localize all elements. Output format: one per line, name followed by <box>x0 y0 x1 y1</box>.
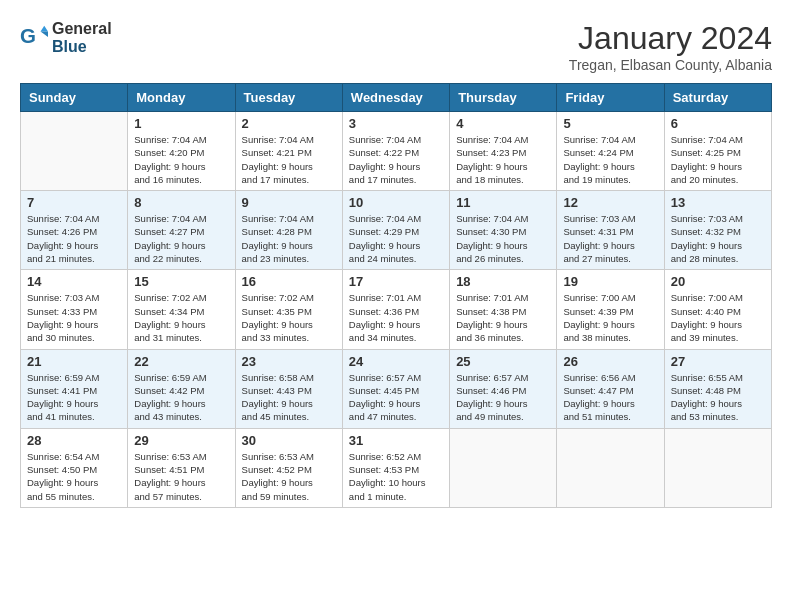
logo-general: General <box>52 20 112 38</box>
calendar-cell <box>557 428 664 507</box>
day-info: Sunrise: 7:01 AM Sunset: 4:36 PM Dayligh… <box>349 291 443 344</box>
day-info: Sunrise: 7:04 AM Sunset: 4:25 PM Dayligh… <box>671 133 765 186</box>
calendar-cell: 13Sunrise: 7:03 AM Sunset: 4:32 PM Dayli… <box>664 191 771 270</box>
calendar-cell: 18Sunrise: 7:01 AM Sunset: 4:38 PM Dayli… <box>450 270 557 349</box>
day-number: 29 <box>134 433 228 448</box>
day-number: 5 <box>563 116 657 131</box>
day-info: Sunrise: 7:04 AM Sunset: 4:26 PM Dayligh… <box>27 212 121 265</box>
calendar-cell: 22Sunrise: 6:59 AM Sunset: 4:42 PM Dayli… <box>128 349 235 428</box>
day-info: Sunrise: 7:04 AM Sunset: 4:24 PM Dayligh… <box>563 133 657 186</box>
calendar-week-row: 28Sunrise: 6:54 AM Sunset: 4:50 PM Dayli… <box>21 428 772 507</box>
calendar-cell: 20Sunrise: 7:00 AM Sunset: 4:40 PM Dayli… <box>664 270 771 349</box>
calendar-cell: 28Sunrise: 6:54 AM Sunset: 4:50 PM Dayli… <box>21 428 128 507</box>
calendar-cell: 16Sunrise: 7:02 AM Sunset: 4:35 PM Dayli… <box>235 270 342 349</box>
calendar-cell: 10Sunrise: 7:04 AM Sunset: 4:29 PM Dayli… <box>342 191 449 270</box>
calendar-cell <box>21 112 128 191</box>
day-info: Sunrise: 6:54 AM Sunset: 4:50 PM Dayligh… <box>27 450 121 503</box>
calendar-cell: 8Sunrise: 7:04 AM Sunset: 4:27 PM Daylig… <box>128 191 235 270</box>
day-info: Sunrise: 6:59 AM Sunset: 4:42 PM Dayligh… <box>134 371 228 424</box>
column-header-wednesday: Wednesday <box>342 84 449 112</box>
day-info: Sunrise: 7:04 AM Sunset: 4:21 PM Dayligh… <box>242 133 336 186</box>
day-number: 25 <box>456 354 550 369</box>
calendar-cell: 5Sunrise: 7:04 AM Sunset: 4:24 PM Daylig… <box>557 112 664 191</box>
day-number: 11 <box>456 195 550 210</box>
column-header-sunday: Sunday <box>21 84 128 112</box>
logo-blue: Blue <box>52 38 112 56</box>
calendar-cell <box>450 428 557 507</box>
day-info: Sunrise: 7:03 AM Sunset: 4:32 PM Dayligh… <box>671 212 765 265</box>
day-number: 3 <box>349 116 443 131</box>
day-number: 26 <box>563 354 657 369</box>
day-number: 4 <box>456 116 550 131</box>
calendar-cell: 4Sunrise: 7:04 AM Sunset: 4:23 PM Daylig… <box>450 112 557 191</box>
day-info: Sunrise: 7:04 AM Sunset: 4:23 PM Dayligh… <box>456 133 550 186</box>
day-number: 19 <box>563 274 657 289</box>
svg-text:G: G <box>20 24 36 47</box>
title-block: January 2024 Tregan, Elbasan County, Alb… <box>569 20 772 73</box>
day-info: Sunrise: 7:00 AM Sunset: 4:40 PM Dayligh… <box>671 291 765 344</box>
day-number: 31 <box>349 433 443 448</box>
month-title: January 2024 <box>569 20 772 57</box>
day-number: 22 <box>134 354 228 369</box>
day-number: 9 <box>242 195 336 210</box>
day-number: 12 <box>563 195 657 210</box>
day-info: Sunrise: 6:53 AM Sunset: 4:51 PM Dayligh… <box>134 450 228 503</box>
calendar-week-row: 7Sunrise: 7:04 AM Sunset: 4:26 PM Daylig… <box>21 191 772 270</box>
day-number: 17 <box>349 274 443 289</box>
day-info: Sunrise: 6:57 AM Sunset: 4:46 PM Dayligh… <box>456 371 550 424</box>
calendar-week-row: 21Sunrise: 6:59 AM Sunset: 4:41 PM Dayli… <box>21 349 772 428</box>
day-info: Sunrise: 6:56 AM Sunset: 4:47 PM Dayligh… <box>563 371 657 424</box>
day-number: 13 <box>671 195 765 210</box>
column-header-monday: Monday <box>128 84 235 112</box>
day-number: 1 <box>134 116 228 131</box>
logo-icon: G <box>20 24 48 52</box>
day-number: 24 <box>349 354 443 369</box>
day-number: 28 <box>27 433 121 448</box>
location: Tregan, Elbasan County, Albania <box>569 57 772 73</box>
day-info: Sunrise: 7:02 AM Sunset: 4:35 PM Dayligh… <box>242 291 336 344</box>
day-info: Sunrise: 6:55 AM Sunset: 4:48 PM Dayligh… <box>671 371 765 424</box>
day-info: Sunrise: 6:52 AM Sunset: 4:53 PM Dayligh… <box>349 450 443 503</box>
calendar-cell: 23Sunrise: 6:58 AM Sunset: 4:43 PM Dayli… <box>235 349 342 428</box>
calendar-cell: 24Sunrise: 6:57 AM Sunset: 4:45 PM Dayli… <box>342 349 449 428</box>
day-info: Sunrise: 7:03 AM Sunset: 4:31 PM Dayligh… <box>563 212 657 265</box>
day-number: 18 <box>456 274 550 289</box>
day-info: Sunrise: 7:04 AM Sunset: 4:30 PM Dayligh… <box>456 212 550 265</box>
calendar-cell: 29Sunrise: 6:53 AM Sunset: 4:51 PM Dayli… <box>128 428 235 507</box>
calendar-cell: 6Sunrise: 7:04 AM Sunset: 4:25 PM Daylig… <box>664 112 771 191</box>
day-number: 23 <box>242 354 336 369</box>
day-number: 6 <box>671 116 765 131</box>
calendar-cell: 31Sunrise: 6:52 AM Sunset: 4:53 PM Dayli… <box>342 428 449 507</box>
column-header-saturday: Saturday <box>664 84 771 112</box>
day-info: Sunrise: 7:04 AM Sunset: 4:22 PM Dayligh… <box>349 133 443 186</box>
day-number: 7 <box>27 195 121 210</box>
calendar-cell: 3Sunrise: 7:04 AM Sunset: 4:22 PM Daylig… <box>342 112 449 191</box>
day-number: 14 <box>27 274 121 289</box>
day-info: Sunrise: 6:53 AM Sunset: 4:52 PM Dayligh… <box>242 450 336 503</box>
day-number: 10 <box>349 195 443 210</box>
column-header-thursday: Thursday <box>450 84 557 112</box>
column-header-friday: Friday <box>557 84 664 112</box>
day-info: Sunrise: 7:00 AM Sunset: 4:39 PM Dayligh… <box>563 291 657 344</box>
calendar-cell: 14Sunrise: 7:03 AM Sunset: 4:33 PM Dayli… <box>21 270 128 349</box>
calendar-cell: 19Sunrise: 7:00 AM Sunset: 4:39 PM Dayli… <box>557 270 664 349</box>
calendar-cell: 9Sunrise: 7:04 AM Sunset: 4:28 PM Daylig… <box>235 191 342 270</box>
svg-marker-2 <box>41 31 48 37</box>
logo-text: General Blue <box>52 20 112 55</box>
calendar-week-row: 14Sunrise: 7:03 AM Sunset: 4:33 PM Dayli… <box>21 270 772 349</box>
calendar-cell: 17Sunrise: 7:01 AM Sunset: 4:36 PM Dayli… <box>342 270 449 349</box>
calendar-cell: 30Sunrise: 6:53 AM Sunset: 4:52 PM Dayli… <box>235 428 342 507</box>
day-info: Sunrise: 7:04 AM Sunset: 4:29 PM Dayligh… <box>349 212 443 265</box>
calendar-cell: 1Sunrise: 7:04 AM Sunset: 4:20 PM Daylig… <box>128 112 235 191</box>
day-info: Sunrise: 6:59 AM Sunset: 4:41 PM Dayligh… <box>27 371 121 424</box>
day-number: 30 <box>242 433 336 448</box>
calendar-header-row: SundayMondayTuesdayWednesdayThursdayFrid… <box>21 84 772 112</box>
page-header: G General Blue January 2024 Tregan, Elba… <box>20 20 772 73</box>
day-number: 15 <box>134 274 228 289</box>
day-info: Sunrise: 7:04 AM Sunset: 4:20 PM Dayligh… <box>134 133 228 186</box>
day-info: Sunrise: 7:01 AM Sunset: 4:38 PM Dayligh… <box>456 291 550 344</box>
calendar-table: SundayMondayTuesdayWednesdayThursdayFrid… <box>20 83 772 508</box>
calendar-cell: 25Sunrise: 6:57 AM Sunset: 4:46 PM Dayli… <box>450 349 557 428</box>
day-number: 20 <box>671 274 765 289</box>
calendar-cell: 12Sunrise: 7:03 AM Sunset: 4:31 PM Dayli… <box>557 191 664 270</box>
